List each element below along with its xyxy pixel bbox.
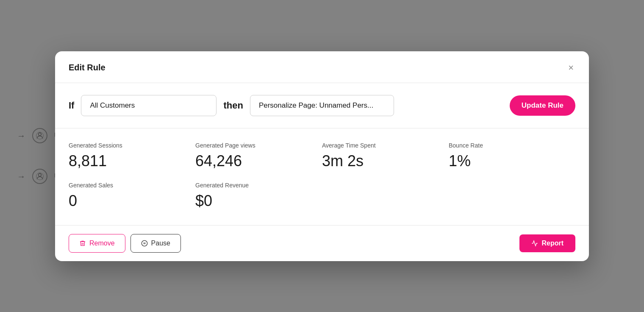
- action-input[interactable]: Personalize Page: Unnamed Pers...: [250, 95, 394, 116]
- condition-input[interactable]: All Customers: [81, 95, 217, 116]
- stat-generated-revenue-label: Generated Revenue: [195, 182, 322, 189]
- stat-generated-revenue: Generated Revenue $0: [195, 182, 322, 210]
- stat-generated-sales-value: 0: [69, 192, 195, 210]
- stat-bounce-rate: Bounce Rate 1%: [449, 142, 575, 170]
- footer-left-buttons: Remove Pause: [69, 234, 181, 253]
- modal-footer: Remove Pause Report: [55, 226, 589, 261]
- then-label: then: [223, 100, 243, 111]
- stat-generated-sales-label: Generated Sales: [69, 182, 195, 189]
- rule-row: If All Customers then Personalize Page: …: [55, 83, 589, 128]
- stat-generated-pageviews-label: Generated Page views: [195, 142, 322, 149]
- if-label: If: [69, 100, 74, 111]
- stat-avg-time-label: Average Time Spent: [322, 142, 449, 149]
- svg-point-4: [142, 240, 147, 246]
- stats-section: Generated Sessions 8,811 Generated Page …: [55, 128, 589, 226]
- stat-generated-pageviews: Generated Page views 64,246: [195, 142, 322, 170]
- stat-generated-sessions: Generated Sessions 8,811: [69, 142, 195, 170]
- pause-icon: [141, 240, 148, 247]
- modal-title: Edit Rule: [69, 63, 105, 72]
- report-button[interactable]: Report: [519, 234, 575, 252]
- stat-generated-sales: Generated Sales 0: [69, 182, 195, 210]
- stat-bounce-rate-label: Bounce Rate: [449, 142, 575, 149]
- pause-button-label: Pause: [151, 240, 170, 247]
- report-button-label: Report: [541, 240, 564, 247]
- pause-button[interactable]: Pause: [130, 234, 181, 253]
- close-button[interactable]: ×: [566, 61, 575, 74]
- remove-button-label: Remove: [89, 240, 115, 247]
- stats-row-2: Generated Sales 0 Generated Revenue $0: [69, 182, 575, 210]
- modal-header: Edit Rule ×: [55, 51, 589, 83]
- remove-button[interactable]: Remove: [69, 234, 125, 253]
- stat-bounce-rate-value: 1%: [449, 152, 575, 170]
- stat-generated-revenue-value: $0: [195, 192, 322, 210]
- stat-generated-sessions-value: 8,811: [69, 152, 195, 170]
- trash-icon: [79, 240, 86, 247]
- stat-avg-time-value: 3m 2s: [322, 152, 449, 170]
- stat-empty-2: [449, 182, 575, 210]
- report-icon: [531, 240, 538, 247]
- stat-generated-pageviews-value: 64,246: [195, 152, 322, 170]
- stats-row-1: Generated Sessions 8,811 Generated Page …: [69, 142, 575, 170]
- update-rule-button[interactable]: Update Rule: [510, 95, 575, 116]
- edit-rule-modal: Edit Rule × If All Customers then Person…: [55, 51, 589, 261]
- stat-avg-time: Average Time Spent 3m 2s: [322, 142, 449, 170]
- stat-generated-sessions-label: Generated Sessions: [69, 142, 195, 149]
- stat-empty-1: [322, 182, 449, 210]
